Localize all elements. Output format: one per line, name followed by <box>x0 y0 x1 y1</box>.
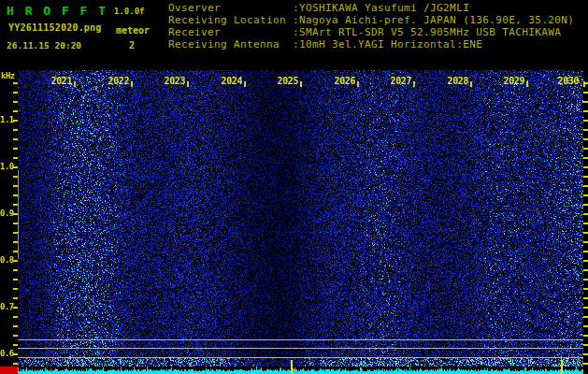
tick-mark <box>583 185 588 187</box>
tick-mark <box>244 81 246 87</box>
hrofft-window: H R O F F T 1.0.0f YY2611152020.png mete… <box>0 0 588 374</box>
time-label-2030: 2030 <box>555 76 579 86</box>
tick-mark <box>583 251 588 252</box>
tick-mark <box>470 81 472 87</box>
tick-mark <box>583 120 588 122</box>
tick-mark <box>583 166 588 168</box>
tick-mark <box>583 307 588 309</box>
reference-line-3 <box>18 357 583 358</box>
tick-mark <box>13 157 18 159</box>
tick-mark <box>13 110 18 112</box>
station-info-block: Ovserver :YOSHIKAWA Yasufumi /JG2MLI Rec… <box>168 2 574 50</box>
antenna-line: Receiving Antenna :10mH 3el.YAGI Horizon… <box>168 38 574 50</box>
tick-mark <box>13 269 18 271</box>
tick-mark <box>583 344 588 346</box>
tick-mark <box>13 92 18 94</box>
amplitude-strip-canvas <box>18 367 583 374</box>
tick-mark <box>583 81 585 87</box>
freq-label-0-8: 0.8 <box>0 255 12 265</box>
tick-mark <box>74 81 76 87</box>
tick-mark <box>300 81 302 87</box>
tick-mark <box>583 223 588 224</box>
tick-mark <box>13 288 18 290</box>
time-label-2023: 2023 <box>162 76 185 86</box>
tick-mark <box>13 307 18 309</box>
tick-mark <box>583 232 588 234</box>
tick-mark <box>583 101 588 103</box>
tick-mark <box>13 194 18 196</box>
tick-mark <box>583 129 588 131</box>
tick-mark <box>583 241 588 243</box>
location-line: Receiving Location :Nagoya Aichi-pref. J… <box>168 14 574 26</box>
time-label-2026: 2026 <box>332 76 355 86</box>
time-label-2022: 2022 <box>106 76 129 86</box>
time-label-2021: 2021 <box>49 76 72 86</box>
output-filename: YY2611152020.png <box>8 22 102 33</box>
tick-mark <box>187 81 189 87</box>
freq-axis-unit: kHz <box>1 71 15 80</box>
tick-mark <box>13 279 18 280</box>
tick-mark <box>13 101 18 103</box>
tick-mark <box>13 344 18 346</box>
tick-mark <box>583 335 588 337</box>
tick-mark <box>583 363 588 365</box>
tick-mark <box>13 232 18 234</box>
tick-mark <box>13 204 18 206</box>
tick-mark <box>13 260 18 262</box>
tick-mark <box>131 81 133 87</box>
tick-mark <box>583 288 588 290</box>
freq-label-0-6: 0.6 <box>0 349 12 358</box>
observation-datetime: 26.11.15 20:20 <box>7 40 81 50</box>
time-label-2029: 2029 <box>501 76 524 86</box>
freq-label-1-1: 1.1 <box>0 115 12 124</box>
tick-mark <box>13 297 18 299</box>
tick-mark <box>13 325 18 327</box>
tick-mark <box>13 82 18 84</box>
tick-mark <box>13 241 18 243</box>
reference-line-2 <box>18 348 583 349</box>
tick-mark <box>583 110 588 112</box>
tick-mark <box>583 213 588 215</box>
tick-mark <box>13 316 18 318</box>
tick-mark <box>13 129 18 131</box>
freq-label-0-9: 0.9 <box>0 209 12 218</box>
tick-mark <box>13 353 18 355</box>
tick-mark <box>583 353 588 355</box>
tick-mark <box>13 138 18 140</box>
time-label-2025: 2025 <box>275 76 298 86</box>
observer-line: Ovserver :YOSHIKAWA Yasufumi /JG2MLI <box>168 2 574 14</box>
tick-mark <box>13 363 18 365</box>
tick-mark <box>583 176 588 178</box>
tick-mark <box>13 176 18 178</box>
reference-line-1 <box>18 339 583 340</box>
tick-mark <box>13 335 18 337</box>
tick-mark <box>13 251 18 252</box>
tick-mark <box>526 81 528 87</box>
tick-mark <box>583 204 588 206</box>
tick-mark <box>13 223 18 224</box>
tick-mark <box>413 81 415 87</box>
tick-mark <box>583 194 588 196</box>
time-label-2024: 2024 <box>219 76 242 86</box>
meteor-event-marker <box>291 360 293 374</box>
tick-mark <box>583 279 588 280</box>
tick-mark <box>13 120 18 122</box>
tick-mark <box>583 297 588 299</box>
tick-mark <box>583 316 588 318</box>
mode-label: meteor <box>116 25 150 36</box>
tick-mark <box>583 92 588 94</box>
tick-mark <box>583 260 588 262</box>
time-label-2028: 2028 <box>445 76 468 86</box>
tick-mark <box>13 166 18 168</box>
tick-mark <box>357 81 359 87</box>
tick-mark <box>13 148 18 150</box>
tick-mark <box>583 138 588 140</box>
time-label-2027: 2027 <box>388 76 411 86</box>
tick-mark <box>583 148 588 150</box>
corner-red-block <box>0 367 18 374</box>
tick-mark <box>583 157 588 159</box>
tick-mark <box>583 325 588 327</box>
tick-mark <box>13 213 18 215</box>
freq-label-1-0: 1.0 <box>0 162 12 171</box>
left-edge-scale-line <box>18 170 19 259</box>
